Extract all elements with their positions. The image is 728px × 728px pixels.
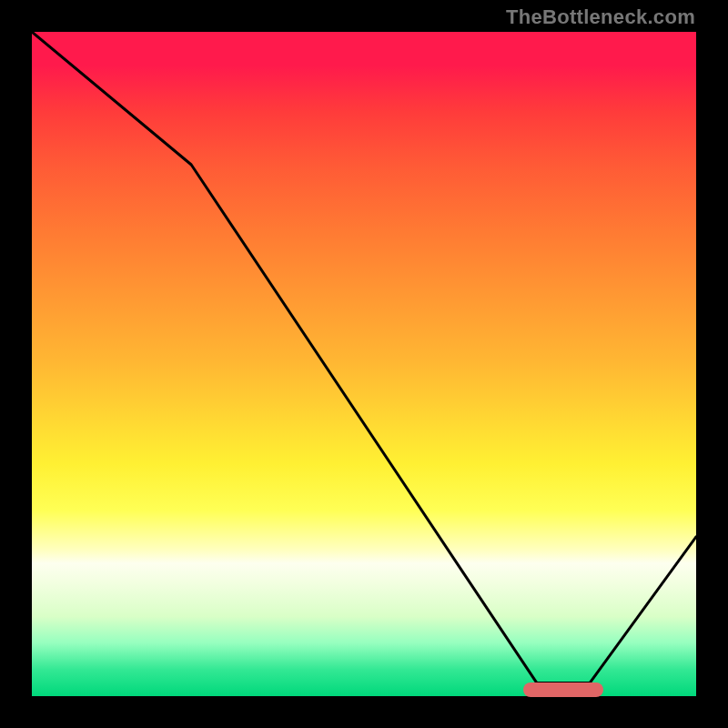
watermark-text: TheBottleneck.com: [506, 5, 695, 29]
chart-plot-area: [32, 32, 696, 696]
bottleneck-curve: [32, 32, 696, 696]
optimal-range-marker: [523, 682, 603, 697]
